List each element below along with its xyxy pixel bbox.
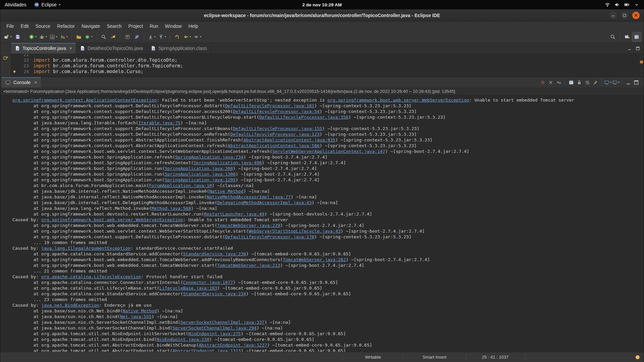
stacktrace-link[interactable]: ServerSocketChannelImpl.java:294 (172, 325, 256, 330)
warning-marker-icon[interactable] (640, 61, 643, 63)
stacktrace-link[interactable]: Method.java:568 (152, 206, 191, 211)
save-button[interactable] (13, 32, 22, 42)
console-output[interactable]: org.springframework.context.ApplicationC… (0, 96, 644, 352)
stacktrace-link[interactable]: LifecycleBase.java:183 (159, 286, 217, 291)
maximize-window-button[interactable] (621, 12, 628, 19)
stacktrace-link[interactable]: SpringApplication.java:1295 (165, 177, 235, 182)
word-wrap-button[interactable] (583, 78, 591, 86)
menu-window[interactable]: Window (162, 22, 185, 30)
new-java-project-button[interactable] (74, 32, 83, 42)
forward-button[interactable]: ▾ (193, 32, 202, 42)
stacktrace-link[interactable]: DefaultLifecycleProcessor.java:181 (225, 103, 314, 108)
tab-console[interactable]: Console × (2, 77, 41, 87)
terminate-button[interactable] (539, 78, 547, 86)
minimize-window-button[interactable]: – (609, 12, 617, 19)
stacktrace-link[interactable]: Native Method (123, 308, 157, 313)
open-perspective-button[interactable] (623, 32, 632, 42)
stacktrace-link[interactable]: AbstractApplicationContext.java:935 (244, 137, 335, 142)
titlebar[interactable]: eclipse-workspace - forum/src/main/java/… (0, 9, 644, 21)
java-perspective-button[interactable]: J (632, 32, 641, 42)
overview-ruler[interactable] (639, 54, 644, 77)
open-type-button[interactable] (99, 32, 108, 42)
stacktrace-link[interactable]: NativeMethodAccessorImpl.java:77 (207, 194, 290, 199)
menu-source[interactable]: Source (32, 22, 54, 30)
tab-DetalhesDoTopicoDto.java[interactable]: JDetalhesDoTopicoDto.java (76, 43, 147, 54)
editor-line[interactable]: 24import br.com.alura.forum.modelo.Curso… (11, 69, 639, 74)
menu-navigate[interactable]: Navigate (78, 22, 103, 30)
menu-search[interactable]: Search (103, 22, 125, 30)
external-tools-button[interactable]: ▾ (59, 32, 69, 42)
new-wizard-button[interactable]: ▾ (3, 32, 13, 42)
stacktrace-link[interactable]: WebServerStartStopLifecycle.java:43 (249, 229, 340, 234)
maximize-editor-button[interactable] (635, 46, 640, 51)
toggle-mark-occurrences-button[interactable] (123, 32, 132, 42)
maximize-view-button[interactable] (632, 78, 640, 86)
menu-refactor[interactable]: Refactor (54, 22, 78, 30)
stacktrace-link[interactable]: Iterable.java:75 (139, 120, 180, 125)
stacktrace-link[interactable]: Net.java:555 (120, 314, 152, 319)
back-button[interactable]: ▾ (182, 32, 192, 42)
stacktrace-link[interactable]: AbstractEndpoint.java:1313 (172, 348, 241, 352)
stacktrace-link[interactable]: DefaultLifecycleProcessor.java:123 (230, 132, 320, 137)
editor-line[interactable]: 21 (11, 54, 639, 57)
debug-button[interactable]: ▾ (38, 32, 48, 42)
code-editor[interactable]: 2122import br.com.alura.forum.controller… (11, 54, 644, 77)
scroll-lock-button[interactable] (575, 78, 583, 86)
stacktrace-link[interactable]: TomcatWebServer.java:213 (217, 263, 280, 268)
clock[interactable]: 2 de nov 10:29 AM (302, 2, 341, 7)
stacktrace-link[interactable]: RestartLauncher.java:49 (204, 212, 264, 217)
notification-heartbeat-icon[interactable] (636, 355, 640, 359)
new-java-class-button[interactable]: C▾ (84, 32, 94, 42)
tab-SpringApplication.class[interactable]: JSpringApplication.class (147, 43, 211, 54)
stacktrace-link[interactable]: NioEndpoint.java:275 (188, 331, 241, 336)
previous-annotation-button[interactable]: ▾ (157, 32, 167, 42)
editor-line[interactable]: 23import br.com.alura.forum.controller.f… (11, 63, 639, 69)
stacktrace-link[interactable]: DefaultLifecycleProcessor.java:178 (225, 234, 314, 239)
stacktrace-link[interactable]: SpringApplication.java:308 (165, 166, 233, 171)
close-console-tab-button[interactable]: × (34, 80, 37, 85)
stacktrace-link[interactable]: TomcatWebServer.java:229 (217, 223, 280, 228)
stacktrace-link[interactable]: org.springframework.boot.web.server.WebS… (327, 98, 469, 103)
stacktrace-link[interactable]: StandardService.java:234 (183, 291, 246, 296)
run-button[interactable]: ▾ (28, 32, 38, 42)
menu-run[interactable]: Run (146, 22, 162, 30)
stacktrace-link[interactable]: DefaultLifecycleProcessor.java:155 (233, 126, 322, 131)
stacktrace-link[interactable]: ServerSocketChannelImpl.java:337 (180, 320, 264, 325)
stacktrace-link[interactable]: org.springframework.boot.web.server.WebS… (41, 217, 183, 222)
clear-console-button[interactable] (567, 78, 575, 86)
stacktrace-link[interactable]: DelegatingMethodAccessorImpl.java:43 (217, 200, 312, 205)
close-window-button[interactable]: × (632, 12, 640, 19)
stacktrace-link[interactable]: ServletWebServerApplicationContext.java:… (272, 149, 385, 154)
close-tab-button[interactable]: × (69, 46, 72, 51)
menu-file[interactable]: File (3, 22, 17, 30)
stacktrace-link[interactable]: SpringApplication.java:1306 (165, 172, 235, 177)
editor-line[interactable]: 22import br.com.alura.forum.controller.d… (11, 57, 639, 63)
menu-edit[interactable]: Edit (17, 22, 32, 30)
stacktrace-link[interactable]: org.springframework.context.ApplicationC… (12, 98, 157, 103)
stacktrace-link[interactable]: AbstractApplicationContext.java:586 (228, 143, 320, 148)
next-annotation-button[interactable]: ▾ (147, 32, 157, 42)
app-menu-button[interactable]: Eclipse ▾ (34, 2, 61, 7)
stacktrace-link[interactable]: Native Method (209, 189, 244, 194)
restore-view-button[interactable] (3, 55, 8, 60)
minimize-editor-button[interactable] (627, 46, 632, 51)
stacktrace-link[interactable]: DefaultLifecycleProcessor.java:356 (259, 115, 348, 120)
coverage-button[interactable]: ▾ (49, 32, 58, 42)
stacktrace-link[interactable]: ForumApplication.java:10 (149, 183, 212, 188)
system-tray[interactable] (605, 2, 644, 7)
remove-all-terminated-button[interactable] (555, 78, 563, 86)
stacktrace-link[interactable]: TomcatWebServer.java:282 (283, 257, 346, 262)
minimize-view-button[interactable] (624, 78, 632, 86)
stacktrace-link[interactable]: AbstractEndpoint.java:1227 (199, 343, 267, 348)
tab-TopicoController.java[interactable]: JTopicoController.java× (11, 43, 76, 54)
stacktrace-link[interactable]: NioEndpoint.java:230 (157, 337, 209, 342)
stacktrace-link[interactable]: org.apache.catalina.LifecycleException (41, 274, 141, 279)
stacktrace-link[interactable]: StandardService.java:238 (183, 251, 246, 256)
menu-project[interactable]: Project (125, 22, 147, 30)
stacktrace-link[interactable]: Connector.java:1077 (183, 280, 233, 285)
skip-all-breakpoints-button[interactable] (132, 32, 141, 42)
code-area[interactable]: 2122import br.com.alura.forum.controller… (11, 54, 639, 77)
activities-button[interactable]: Atividades (5, 2, 26, 7)
stacktrace-link[interactable]: DefaultLifecycleProcessor.java:54 (233, 109, 319, 114)
stacktrace-link[interactable]: SpringApplication.java:734 (175, 155, 244, 160)
